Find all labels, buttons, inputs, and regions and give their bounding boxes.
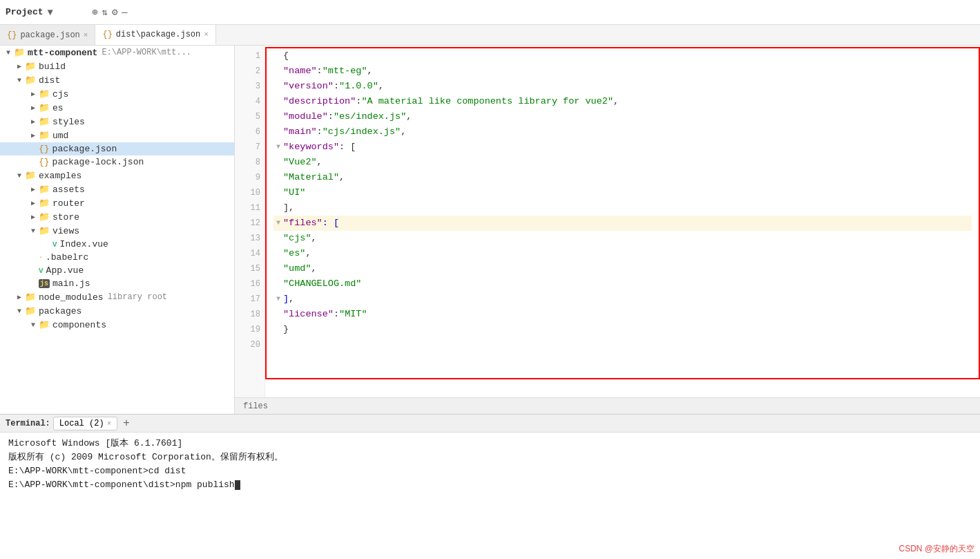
umd-folder-icon: 📁: [39, 130, 50, 141]
dist-label: dist: [39, 75, 60, 86]
store-folder-icon: 📁: [39, 211, 50, 222]
tab-dist-package-json[interactable]: {} dist\package.json ×: [95, 25, 215, 45]
cjs-label: cjs: [52, 89, 68, 100]
sidebar-item-index-vue[interactable]: V Index.vue: [0, 238, 234, 251]
store-label: store: [52, 212, 79, 222]
build-folder-icon: 📁: [25, 61, 36, 72]
terminal-tab-close[interactable]: ×: [107, 419, 112, 428]
index-vue-label: Index.vue: [60, 239, 108, 249]
editor-content: 1234567891011121314151617181920 { "name"…: [235, 46, 980, 397]
dist-folder-icon: 📁: [25, 75, 36, 86]
code-line-5: "module": "es/index.js",: [273, 109, 972, 124]
sidebar-item-dist[interactable]: ▼ 📁 dist: [0, 73, 234, 87]
code-line-14: "es",: [273, 246, 972, 261]
sidebar-item-examples[interactable]: ▼ 📁 examples: [0, 169, 234, 182]
fold-icon-17[interactable]: ▼: [273, 292, 283, 307]
code-line-15: "umd",: [273, 261, 972, 276]
sidebar-item-components[interactable]: ▼ 📁 components: [0, 318, 234, 332]
sidebar-item-views[interactable]: ▼ 📁 views: [0, 224, 234, 238]
code-line-2: "name": "mtt-eg",: [273, 64, 972, 79]
code-line-4: "description": "A material like componen…: [273, 94, 972, 109]
terminal-area: Terminal: Local (2) × + Microsoft Window…: [0, 414, 980, 559]
sidebar-item-build[interactable]: ▶ 📁 build: [0, 59, 234, 73]
components-folder-icon: 📁: [39, 319, 50, 330]
babelrc-icon: ·: [39, 254, 43, 261]
watermark: CSDN @安静的天空: [899, 543, 974, 555]
title-bar: Project ▼ ⊕ ⇅ ⚙ —: [0, 0, 980, 25]
styles-label: styles: [52, 117, 85, 127]
sidebar-item-main-js[interactable]: js main.js: [0, 277, 234, 290]
sidebar-item-packages[interactable]: ▼ 📁 packages: [0, 304, 234, 318]
code-line-10: "UI": [273, 185, 972, 200]
terminal-line: Microsoft Windows [版本 6.1.7601]: [8, 437, 972, 451]
dist-pkg-icon: {}: [39, 144, 50, 154]
views-toggle: ▼: [28, 227, 39, 235]
dropdown-icon[interactable]: ▼: [48, 7, 53, 18]
sidebar-item-node-modules[interactable]: ▶ 📁 node_modules library root: [0, 290, 234, 304]
terminal-cursor: [235, 480, 240, 490]
node-modules-badge: library root: [108, 292, 167, 302]
umd-toggle: ▶: [28, 131, 39, 140]
root-toggle: ▼: [3, 49, 14, 57]
sidebar-item-router[interactable]: ▶ 📁 router: [0, 196, 234, 210]
assets-folder-icon: 📁: [39, 184, 50, 195]
sidebar-item-es[interactable]: ▶ 📁 es: [0, 101, 234, 115]
code-line-8: "Vue2",: [273, 155, 972, 170]
code-line-20: [273, 337, 972, 352]
tab-bar: {} package.json × {} dist\package.json ×: [0, 25, 980, 46]
terminal-add-button[interactable]: +: [123, 417, 130, 430]
styles-toggle: ▶: [28, 117, 39, 126]
sidebar-item-app-vue[interactable]: V App.vue: [0, 264, 234, 277]
code-line-18: "license": "MIT": [273, 307, 972, 322]
tab-package-json[interactable]: {} package.json ×: [0, 25, 95, 45]
terminal-line: E:\APP-WORK\mtt-component\dist>npm publi…: [8, 478, 972, 492]
icon-gear[interactable]: ⚙: [112, 6, 117, 18]
sidebar-item-babelrc[interactable]: · .babelrc: [0, 251, 234, 264]
terminal-content[interactable]: Microsoft Windows [版本 6.1.7601]版权所有 (c) …: [0, 433, 980, 559]
terminal-tab-local[interactable]: Local (2) ×: [53, 417, 117, 430]
main-js-label: main.js: [52, 278, 90, 289]
sidebar-item-store[interactable]: ▶ 📁 store: [0, 210, 234, 224]
code-body[interactable]: { "name": "mtt-eg", "version": "1.0.0", …: [265, 46, 980, 397]
sidebar-item-cjs[interactable]: ▶ 📁 cjs: [0, 87, 234, 101]
editor-area: 1234567891011121314151617181920 { "name"…: [235, 46, 980, 414]
components-toggle: ▼: [28, 321, 39, 329]
sidebar: ▼ 📁 mtt-component E:\APP-WORK\mtt... ▶ 📁…: [0, 46, 235, 414]
app-vue-label: App.vue: [46, 265, 84, 276]
sidebar-item-assets[interactable]: ▶ 📁 assets: [0, 182, 234, 196]
tab-icon-dist-pkg: {}: [102, 30, 112, 39]
icon-minimize[interactable]: —: [122, 7, 127, 18]
fold-icon-12[interactable]: ▼: [273, 216, 283, 231]
views-folder-icon: 📁: [39, 225, 50, 236]
assets-label: assets: [52, 184, 85, 195]
node-modules-toggle: ▶: [14, 293, 25, 301]
tab-close-pkg[interactable]: ×: [84, 31, 88, 39]
terminal-tab-label: Local (2): [59, 419, 104, 428]
cjs-folder-icon: 📁: [39, 88, 50, 100]
examples-label: examples: [39, 171, 81, 181]
router-toggle: ▶: [28, 199, 39, 207]
dist-lock-label: package-lock.json: [52, 157, 144, 167]
icon-earth[interactable]: ⊕: [92, 6, 97, 18]
tab-close-dist-pkg[interactable]: ×: [204, 30, 209, 39]
node-modules-label: node_modules: [39, 292, 104, 303]
code-line-1: {: [273, 48, 972, 64]
examples-toggle: ▼: [14, 172, 25, 180]
sidebar-item-styles[interactable]: ▶ 📁 styles: [0, 115, 234, 129]
tab-label-pkg: package.json: [20, 30, 79, 40]
terminal-label: Terminal:: [6, 419, 50, 428]
dist-pkg-label: package.json: [52, 144, 117, 154]
fold-icon-7[interactable]: ▼: [273, 140, 283, 155]
code-line-7: ▼ "keywords": [: [273, 140, 972, 155]
line-numbers: 1234567891011121314151617181920: [235, 46, 265, 397]
router-folder-icon: 📁: [39, 198, 50, 209]
sidebar-item-dist-package-lock-json[interactable]: {} package-lock.json: [0, 155, 234, 169]
sidebar-item-umd[interactable]: ▶ 📁 umd: [0, 129, 234, 142]
editor-statusbar: files: [235, 397, 980, 414]
packages-toggle: ▼: [14, 307, 25, 315]
icon-swap[interactable]: ⇅: [102, 6, 107, 18]
sidebar-root[interactable]: ▼ 📁 mtt-component E:\APP-WORK\mtt...: [0, 46, 234, 59]
code-line-6: "main": "cjs/index.js",: [273, 124, 972, 140]
code-line-13: "cjs",: [273, 231, 972, 246]
sidebar-item-dist-package-json[interactable]: {} package.json: [0, 142, 234, 155]
